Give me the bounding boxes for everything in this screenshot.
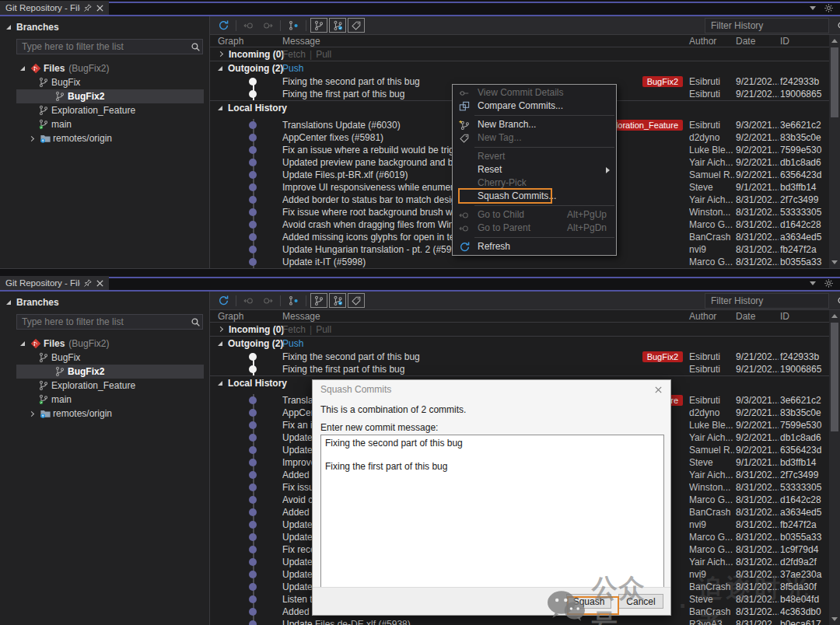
incoming-section-header[interactable]: Incoming (0) Fetch|Pull bbox=[210, 47, 840, 61]
menu-item-view-commit-details[interactable]: View Commit Details bbox=[453, 86, 616, 100]
graph-node bbox=[246, 194, 261, 206]
refresh-button[interactable] bbox=[215, 293, 232, 309]
column-date[interactable]: Date bbox=[736, 36, 755, 47]
commit-date: 8/31/202... bbox=[736, 481, 779, 494]
refresh-button[interactable] bbox=[215, 18, 232, 33]
menu-item-compare-commits[interactable]: Compare Commits... bbox=[453, 100, 616, 113]
show-graph-button[interactable] bbox=[285, 293, 302, 309]
menu-item-revert[interactable]: Revert bbox=[453, 150, 616, 163]
fetch-link[interactable]: Fetch bbox=[282, 49, 306, 60]
window-menu-chevron-icon[interactable] bbox=[810, 281, 816, 285]
column-id[interactable]: ID bbox=[780, 36, 789, 47]
menu-item-new-tag[interactable]: New Tag... bbox=[453, 131, 616, 145]
commit-author: Steve bbox=[689, 456, 734, 469]
toggle-remote-branches-button[interactable] bbox=[329, 293, 346, 308]
scrollbar-thumb[interactable] bbox=[831, 47, 838, 117]
close-icon[interactable] bbox=[95, 3, 105, 13]
scroll-up-icon[interactable] bbox=[831, 314, 838, 318]
go-to-parent-button[interactable] bbox=[240, 18, 257, 33]
tab-git-repository-files[interactable]: Git Repository - Files bbox=[0, 276, 109, 290]
commit-row[interactable]: Update Files.de-DE.xlf (#5938)R3voA38/31… bbox=[210, 618, 840, 625]
incoming-label: Incoming (0) bbox=[229, 324, 284, 335]
menu-item-reset[interactable]: Reset bbox=[453, 163, 616, 176]
tree-item-remotes-origin[interactable]: remotes/origin bbox=[0, 407, 209, 421]
branch-filter-input[interactable] bbox=[17, 316, 188, 327]
vertical-scrollbar[interactable] bbox=[829, 310, 840, 625]
column-author[interactable]: Author bbox=[689, 36, 716, 47]
scroll-down-icon[interactable] bbox=[831, 617, 838, 621]
tree-item-branch-main[interactable]: main bbox=[0, 393, 209, 407]
gear-icon[interactable] bbox=[824, 3, 834, 13]
incoming-section-header[interactable]: Incoming (0) Fetch|Pull bbox=[210, 323, 840, 337]
graph-node bbox=[246, 169, 261, 181]
commit-row[interactable]: Update it-IT (#5998)Marco G...8/31/202..… bbox=[210, 256, 840, 268]
menu-item-refresh[interactable]: Refresh bbox=[453, 240, 616, 253]
tree-item-branch-exploration-feature[interactable]: Exploration_Feature bbox=[0, 103, 209, 117]
scrollbar-thumb[interactable] bbox=[831, 323, 838, 431]
scroll-up-icon[interactable] bbox=[831, 39, 838, 43]
pin-icon[interactable] bbox=[82, 278, 93, 288]
column-author[interactable]: Author bbox=[689, 311, 716, 322]
tree-item-branch-bugfix2[interactable]: BugFix2 bbox=[16, 89, 204, 103]
toggle-branches-button[interactable] bbox=[310, 18, 327, 33]
go-to-parent-button[interactable] bbox=[240, 293, 257, 309]
tree-item-repo[interactable]: Files (BugFix2) bbox=[0, 337, 209, 351]
fetch-link[interactable]: Fetch bbox=[282, 324, 306, 335]
filter-history-input[interactable] bbox=[705, 20, 837, 31]
commit-date: 8/31/202... bbox=[736, 606, 779, 618]
tree-item-remotes-origin[interactable]: remotes/origin bbox=[0, 131, 209, 145]
branch-badge[interactable]: BugFix2 bbox=[642, 351, 683, 362]
commit-message-textarea[interactable]: Fixing the second part of this bug Fixin… bbox=[320, 435, 664, 593]
column-id[interactable]: ID bbox=[780, 311, 789, 322]
pull-link[interactable]: Pull bbox=[316, 324, 331, 335]
column-graph[interactable]: Graph bbox=[218, 36, 243, 47]
commit-row[interactable]: Fixing the second part of this bugBugFix… bbox=[210, 351, 840, 363]
tree-item-branch-main[interactable]: main bbox=[0, 117, 209, 131]
commit-date: 8/31/202... bbox=[736, 519, 779, 531]
outgoing-section-header[interactable]: Outgoing (2) Push bbox=[210, 337, 840, 351]
commit-dot-icon bbox=[249, 546, 257, 553]
toggle-tags-button[interactable] bbox=[348, 18, 365, 33]
tree-item-branch-exploration-feature[interactable]: Exploration_Feature bbox=[0, 379, 209, 393]
window-menu-chevron-icon[interactable] bbox=[810, 6, 816, 10]
column-graph[interactable]: Graph bbox=[218, 311, 243, 322]
filter-history-input[interactable] bbox=[705, 295, 837, 306]
branches-header[interactable]: Branches bbox=[0, 16, 209, 37]
go-to-child-button[interactable] bbox=[259, 18, 276, 33]
toggle-remote-branches-button[interactable] bbox=[329, 18, 346, 33]
commit-author: Esibruti bbox=[689, 88, 734, 100]
tree-item-branch-bugfix2[interactable]: BugFix2 bbox=[16, 365, 204, 379]
go-to-child-button[interactable] bbox=[259, 293, 276, 309]
column-date[interactable]: Date bbox=[736, 311, 755, 322]
menu-item-go-to-parent[interactable]: Go to ParentAlt+PgDn bbox=[453, 222, 616, 235]
commit-row[interactable]: Fix recenMarco G...8/31/202...1c9f79d4 bbox=[210, 268, 840, 269]
tree-item-branch-bugfix[interactable]: BugFix bbox=[0, 351, 209, 365]
branch-filter-input[interactable] bbox=[17, 41, 188, 52]
vertical-scrollbar[interactable] bbox=[829, 35, 840, 268]
menu-item-new-branch[interactable]: New Branch... bbox=[453, 118, 616, 131]
dialog-title-bar[interactable]: Squash Commits bbox=[313, 380, 670, 398]
scroll-down-icon[interactable] bbox=[831, 260, 838, 264]
pin-icon[interactable] bbox=[82, 3, 93, 13]
dialog-close-icon[interactable] bbox=[653, 384, 663, 395]
tab-git-repository-files[interactable]: Git Repository - Files bbox=[0, 1, 109, 15]
toggle-branches-button[interactable] bbox=[310, 293, 327, 308]
branch-badge[interactable]: BugFix2 bbox=[642, 76, 683, 87]
tree-item-branch-bugfix[interactable]: BugFix bbox=[0, 75, 209, 89]
pull-link[interactable]: Pull bbox=[316, 49, 331, 60]
toggle-tags-button[interactable] bbox=[348, 293, 365, 308]
show-graph-button[interactable] bbox=[285, 18, 302, 33]
menu-item-go-to-child[interactable]: Go to ChildAlt+PgUp bbox=[453, 208, 616, 222]
close-icon[interactable] bbox=[95, 278, 105, 288]
tab-title: Git Repository - Files bbox=[5, 278, 80, 288]
gear-icon[interactable] bbox=[824, 278, 834, 288]
branches-header[interactable]: Branches bbox=[0, 292, 209, 312]
outgoing-section-header[interactable]: Outgoing (2) Push bbox=[210, 61, 840, 75]
push-link[interactable]: Push bbox=[282, 338, 303, 349]
column-message[interactable]: Message bbox=[282, 311, 320, 322]
push-link[interactable]: Push bbox=[282, 63, 303, 74]
column-message[interactable]: Message bbox=[282, 36, 320, 47]
commit-row[interactable]: Fixing the first part of this bugEsibrut… bbox=[210, 363, 840, 375]
tree-item-repo[interactable]: Files (BugFix2) bbox=[0, 61, 209, 75]
cancel-button[interactable]: Cancel bbox=[618, 594, 663, 609]
